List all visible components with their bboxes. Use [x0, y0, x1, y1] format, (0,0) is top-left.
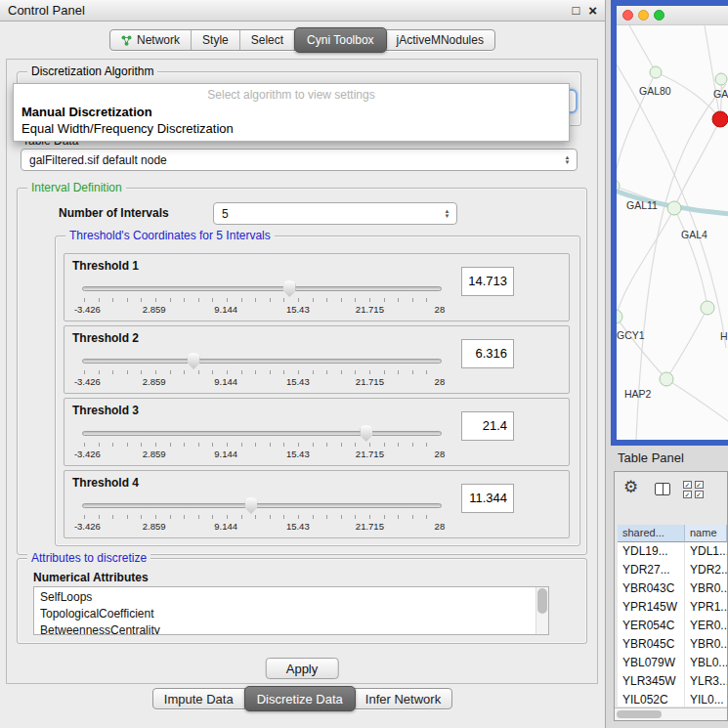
column-header-name[interactable]: name: [685, 525, 727, 542]
slider-track[interactable]: [82, 503, 442, 508]
threshold-4-label: Threshold 4: [72, 476, 139, 490]
scale-label: -3.426: [74, 521, 101, 532]
table-row[interactable]: YDL19...YDL1...: [618, 542, 727, 561]
slider-thumb[interactable]: [283, 280, 296, 297]
tab-discretize-data[interactable]: Discretize Data: [244, 686, 356, 711]
threshold-3-slider[interactable]: -3.426 2.859 9.144 15.43 21.715 28: [82, 424, 442, 463]
window-title: Control Panel: [8, 3, 85, 18]
slider-thumb[interactable]: [360, 425, 372, 442]
list-scrollbar[interactable]: [535, 587, 548, 634]
network-canvas[interactable]: GAL80 GA GAL11 GAL4 GCY1 HAP2 H: [617, 25, 728, 440]
table-data-value: galFiltered.sif default node: [29, 153, 561, 167]
threshold-2-slider[interactable]: -3.426 2.859 9.144 15.43 21.715 28: [82, 352, 442, 391]
tab-jactivemodules[interactable]: jActiveMNodules: [386, 30, 494, 50]
checkbox-grid-icon[interactable]: ✓ ✓ ✓ ✓: [683, 481, 705, 499]
network-node[interactable]: [715, 73, 727, 85]
scale-label: 2.859: [143, 521, 166, 532]
check-icon: ✓: [683, 481, 692, 489]
combo-stepper-icon: ▲ ▼: [441, 203, 453, 224]
tab-cyni-toolbox[interactable]: Cyni Toolbox: [294, 27, 386, 53]
columns-icon[interactable]: [655, 483, 670, 495]
table-row[interactable]: YPR145WYPR1...: [618, 598, 727, 617]
zoom-traffic-light-icon[interactable]: [654, 10, 664, 21]
cell: YIL0...: [685, 691, 727, 707]
scale-label: 21.715: [356, 376, 384, 387]
threshold-2-value-field[interactable]: 6.316: [461, 339, 514, 368]
cell: YLR345W: [618, 672, 685, 691]
tab-infer-network[interactable]: Infer Network: [355, 689, 451, 708]
slider-scale: -3.426 2.859 9.144 15.43 21.715 28: [82, 304, 442, 316]
scale-label: 2.859: [143, 376, 166, 387]
slider-track[interactable]: [82, 359, 442, 364]
minimize-traffic-light-icon[interactable]: [638, 10, 649, 21]
node-table: shared... name YDL19...YDL1... YDR27...Y…: [618, 525, 727, 707]
slider-track[interactable]: [82, 431, 442, 436]
algorithm-option-equal-width[interactable]: Equal Width/Frequency Discretization: [14, 120, 569, 137]
table-row[interactable]: YLR345WYLR3...: [618, 672, 727, 691]
column-header-shared-name[interactable]: shared...: [618, 525, 685, 542]
network-node[interactable]: [701, 301, 714, 315]
slider-track[interactable]: [82, 286, 442, 291]
scale-label: 15.43: [286, 449, 310, 459]
network-edge: [666, 379, 728, 421]
threshold-1-value-field[interactable]: 14.713: [461, 267, 514, 296]
network-edge: [674, 208, 707, 308]
tab-network[interactable]: Network: [110, 30, 192, 50]
table-row[interactable]: YDR27...YDR2...: [618, 561, 727, 579]
number-of-intervals-label: Number of Intervals: [59, 206, 169, 220]
control-panel-window: Control Panel □ × Network Style Select C…: [0, 0, 606, 728]
cell: YDR27...: [618, 561, 685, 579]
tab-select-label: Select: [251, 33, 283, 47]
threshold-2-panel: Threshold 2 6.316 -3.426 2.859 9.144 15.…: [64, 325, 570, 394]
threshold-2-label: Threshold 2: [72, 331, 139, 345]
list-item[interactable]: SelfLoops: [34, 589, 548, 606]
close-traffic-light-icon[interactable]: [622, 10, 633, 21]
gear-icon[interactable]: ⚙: [623, 479, 638, 495]
horizontal-scrollbar[interactable]: [615, 707, 727, 720]
table-data-combobox[interactable]: galFiltered.sif default node ▲ ▼: [21, 149, 578, 171]
network-node[interactable]: [667, 201, 681, 215]
network-edge: [624, 25, 656, 72]
selected-network-node[interactable]: [712, 111, 728, 127]
cell: YPR1...: [685, 598, 727, 617]
threshold-3-value-field[interactable]: 21.4: [461, 411, 514, 441]
network-node[interactable]: [660, 372, 673, 386]
top-tab-bar: Network Style Select Cyni Toolbox jActiv…: [0, 29, 605, 51]
float-window-icon[interactable]: □: [572, 4, 579, 17]
apply-button[interactable]: Apply: [266, 658, 339, 679]
tab-impute-data-label: Impute Data: [164, 692, 234, 707]
network-edge: [705, 25, 720, 119]
close-window-icon[interactable]: ×: [588, 3, 597, 18]
cell: YBR0...: [685, 635, 727, 654]
scale-label: 28: [435, 376, 446, 387]
tab-select[interactable]: Select: [240, 30, 295, 50]
network-node[interactable]: [650, 66, 662, 78]
table-row[interactable]: YIL052CYIL0...: [618, 691, 727, 707]
threshold-1-slider[interactable]: -3.426 2.859 9.144 15.43 21.715 28: [82, 279, 442, 319]
network-icon: [121, 35, 132, 46]
threshold-4-value-field[interactable]: 11.344: [461, 484, 514, 513]
table-row[interactable]: YBL079WYBL0...: [618, 654, 727, 672]
table-row[interactable]: YBR045CYBR0...: [618, 635, 727, 654]
list-item[interactable]: BetweennessCentrality: [34, 622, 548, 635]
tab-impute-data[interactable]: Impute Data: [153, 689, 245, 708]
table-row[interactable]: YBR043CYBR0...: [618, 579, 727, 598]
slider-thumb[interactable]: [244, 497, 257, 514]
table-row[interactable]: YER054CYER0...: [618, 617, 727, 635]
numerical-attributes-list: SelfLoops TopologicalCoefficient Between…: [33, 586, 549, 635]
slider-ticks: [84, 298, 440, 302]
check-icon: ✓: [695, 491, 704, 498]
number-of-intervals-combobox[interactable]: 5 ▲ ▼: [213, 202, 457, 225]
threshold-4-slider[interactable]: -3.426 2.859 9.144 15.43 21.715 28: [82, 496, 442, 535]
network-node[interactable]: [617, 310, 622, 323]
algorithm-option-manual[interactable]: Manual Discretization: [14, 104, 569, 120]
scrollbar-thumb[interactable]: [537, 588, 547, 614]
cell: YBL079W: [618, 654, 685, 672]
algorithm-prompt: Select algorithm to view settings: [14, 84, 569, 104]
scale-label: 15.43: [286, 304, 310, 315]
tab-style[interactable]: Style: [192, 30, 240, 50]
list-item[interactable]: TopologicalCoefficient: [34, 606, 548, 622]
scale-label: -3.426: [74, 376, 101, 387]
slider-thumb[interactable]: [188, 353, 200, 369]
scrollbar-thumb[interactable]: [617, 710, 662, 718]
